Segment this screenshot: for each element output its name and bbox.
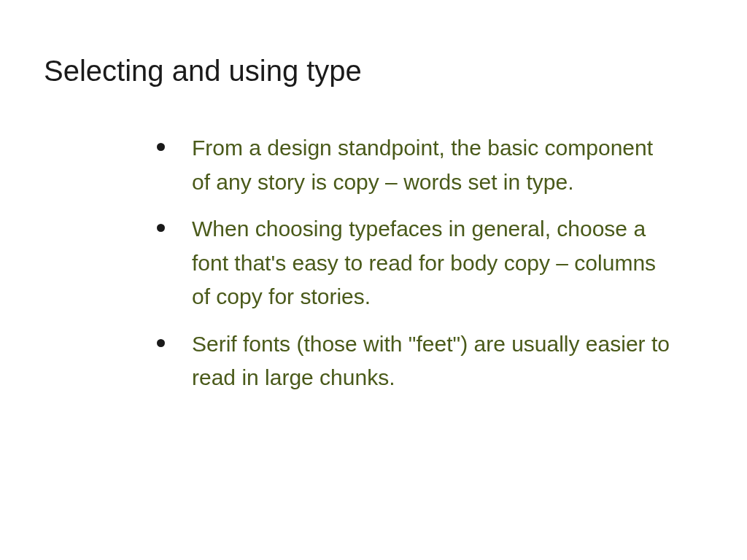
slide-title: Selecting and using type <box>44 55 703 88</box>
list-item: Serif fonts (those with "feet") are usua… <box>157 327 674 395</box>
list-item: From a design standpoint, the basic comp… <box>157 131 674 199</box>
list-item: When choosing typefaces in general, choo… <box>157 212 674 314</box>
bullet-list: From a design standpoint, the basic comp… <box>44 131 703 395</box>
